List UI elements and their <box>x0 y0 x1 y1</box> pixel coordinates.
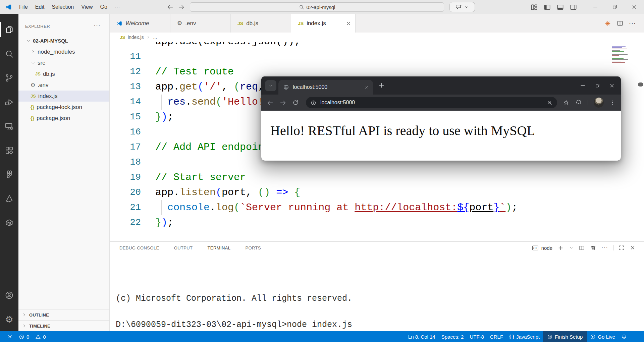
activity-extensions[interactable] <box>0 138 18 162</box>
browser-back-icon[interactable] <box>267 99 274 106</box>
activity-explorer[interactable] <box>0 17 18 42</box>
panel-tab-debug-console[interactable]: DEBUG CONSOLE <box>119 242 159 254</box>
panel-tab-ports[interactable]: PORTS <box>245 242 261 254</box>
status-cursor-position[interactable]: Ln 8, Col 14 <box>405 331 438 342</box>
activity-settings[interactable]: ⚙ <box>0 307 18 331</box>
status-indentation[interactable]: Spaces: 2 <box>438 331 467 342</box>
sparkle-icon[interactable] <box>604 20 611 27</box>
browser-reload-icon[interactable] <box>292 99 299 106</box>
close-panel-icon[interactable] <box>630 245 636 251</box>
tree-item-package-json[interactable]: {}package.json <box>18 113 109 124</box>
activity-accounts[interactable] <box>0 283 18 307</box>
minimap[interactable] <box>611 45 636 65</box>
restore-button[interactable] <box>605 0 625 14</box>
activity-source-control[interactable] <box>0 66 18 90</box>
prisma-icon <box>5 194 14 203</box>
new-terminal-icon[interactable] <box>557 245 564 251</box>
tab-index-js[interactable]: JSindex.js <box>291 14 356 33</box>
browser-forward-icon[interactable] <box>279 99 286 106</box>
browser-tab-search-button[interactable] <box>265 80 276 91</box>
toggle-panel-icon[interactable] <box>556 3 564 11</box>
line-content: }); <box>155 110 173 125</box>
vscode-logo-icon <box>116 20 122 26</box>
tab-db-js[interactable]: JSdb.js <box>231 14 291 33</box>
menu-edit[interactable]: Edit <box>32 2 48 12</box>
terminal-panel: DEBUG CONSOLEOUTPUTTERMINALPORTS c:\ nod… <box>110 241 644 331</box>
sidebar-more-actions[interactable]: ··· <box>94 22 101 29</box>
activity-run-debug[interactable] <box>0 90 18 114</box>
toggle-sidebar-icon[interactable] <box>543 3 551 11</box>
code-line-21: 21 console.log(`Server running at http:/… <box>110 200 644 215</box>
browser-minimize-icon[interactable] <box>580 82 586 89</box>
section-timeline[interactable]: TIMELINE <box>18 320 109 331</box>
terminal-shell-label[interactable]: node <box>541 245 552 251</box>
tab-welcome[interactable]: Welcome <box>110 14 170 33</box>
panel-tab-output[interactable]: OUTPUT <box>174 242 193 254</box>
tree-item--env[interactable]: ⚙.env <box>18 79 109 91</box>
back-arrow-icon[interactable] <box>167 4 174 11</box>
menu-view[interactable]: View <box>77 2 96 12</box>
terminal-output[interactable]: (c) Microsoft Corporation. All rights re… <box>116 254 644 331</box>
panel-tab-terminal[interactable]: TERMINAL <box>207 242 230 254</box>
activity-figma[interactable] <box>0 162 18 186</box>
activity-prisma[interactable] <box>0 186 18 211</box>
menu-selection[interactable]: Selection <box>48 2 77 12</box>
status-eol-sequence[interactable]: CRLF <box>487 331 506 342</box>
vscode-window: FileEditSelectionViewGo··· 02-api-mysql … <box>0 0 644 342</box>
close-icon[interactable] <box>346 21 351 26</box>
scrollbar-thumb[interactable] <box>638 82 643 87</box>
menu-file[interactable]: File <box>15 2 32 12</box>
menu-go[interactable]: Go <box>97 2 111 12</box>
activity-containers[interactable] <box>0 211 18 235</box>
section-outline[interactable]: OUTLINE <box>18 309 109 320</box>
breadcrumb[interactable]: JS index.js ... <box>110 33 644 42</box>
more-actions-icon[interactable]: ··· <box>629 20 636 27</box>
tree-item-src[interactable]: src <box>18 57 109 68</box>
status-language-mode[interactable]: { }JavaScript <box>506 331 543 342</box>
kill-terminal-icon[interactable] <box>590 245 596 251</box>
browser-maximize-icon[interactable] <box>595 83 600 88</box>
tree-item-index-js[interactable]: JSindex.js <box>18 91 109 102</box>
tree-item-node-modules[interactable]: node_modules <box>18 46 109 57</box>
extensions-puzzle-icon[interactable] <box>575 99 582 106</box>
status-remote-indicator[interactable] <box>4 331 16 342</box>
status-go-live[interactable]: Go Live <box>587 331 618 342</box>
tab-close-icon[interactable] <box>364 85 369 90</box>
split-terminal-icon[interactable] <box>579 245 585 251</box>
split-editor-icon[interactable] <box>616 20 624 27</box>
status-encoding[interactable]: UTF-8 <box>467 331 487 342</box>
browser-tab[interactable]: localhost:5000 <box>278 80 373 95</box>
tree-item-package-lock-json[interactable]: {}package-lock.json <box>18 102 109 113</box>
status-finish-setup[interactable]: Finish Setup <box>543 331 587 342</box>
tree-item-db-js[interactable]: JSdb.js <box>18 68 109 79</box>
minimize-button[interactable] <box>586 0 605 14</box>
panel-more-icon[interactable]: ··· <box>601 244 608 251</box>
browser-close-icon[interactable] <box>609 83 615 89</box>
activity-search[interactable] <box>0 42 18 66</box>
terminal-dropdown-icon[interactable] <box>569 245 574 250</box>
zoom-icon[interactable] <box>547 100 552 106</box>
status-errors-count[interactable]: 0 <box>16 331 32 342</box>
profile-avatar[interactable] <box>594 98 604 108</box>
menu-overflow[interactable]: ··· <box>111 2 124 12</box>
bookmark-star-icon[interactable] <box>563 99 570 106</box>
command-center-search[interactable]: 02-api-mysql <box>190 2 444 12</box>
site-info-icon[interactable] <box>311 100 316 106</box>
customize-layout-icon[interactable] <box>530 3 538 11</box>
forward-arrow-icon[interactable] <box>178 4 185 11</box>
maximize-panel-icon[interactable] <box>619 245 625 251</box>
browser-menu-kebab-icon[interactable] <box>609 100 615 106</box>
activity-remote-explorer[interactable] <box>0 114 18 138</box>
status-label: Finish Setup <box>555 334 583 340</box>
tab--env[interactable]: ⚙.env <box>170 14 231 33</box>
close-button[interactable] <box>625 0 644 14</box>
tree-root-folder[interactable]: 02-API-MYSQL <box>18 35 109 46</box>
browser-url: localhost:5000 <box>320 100 355 106</box>
copilot-button[interactable] <box>449 2 475 12</box>
chevron-down-icon <box>268 83 273 88</box>
status-notifications-bell[interactable] <box>618 331 630 342</box>
browser-address-bar[interactable]: localhost:5000 <box>306 97 557 108</box>
status-warnings-count[interactable]: 0 <box>32 331 49 342</box>
toggle-secondary-sidebar-icon[interactable] <box>570 3 577 11</box>
new-tab-icon[interactable] <box>378 82 385 89</box>
